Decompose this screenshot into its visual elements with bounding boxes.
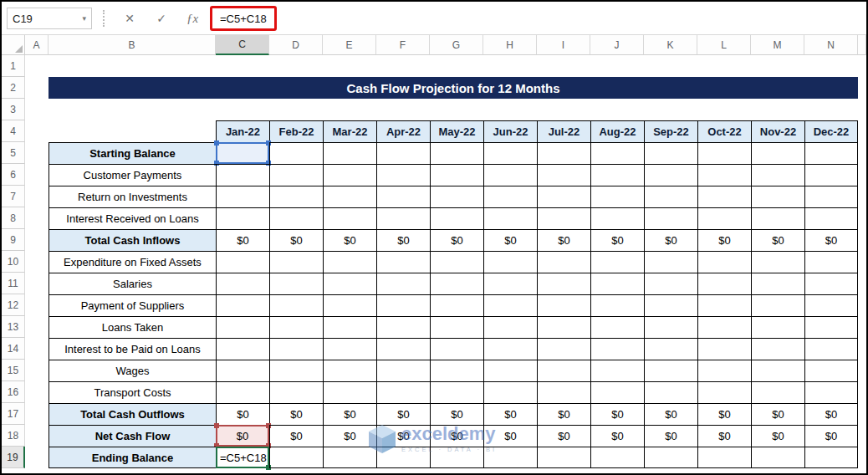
cell-L11[interactable]	[697, 273, 751, 294]
cell-G11[interactable]	[430, 273, 483, 294]
row-header-9[interactable]: 9	[2, 229, 25, 251]
cell-D13[interactable]	[269, 316, 323, 338]
cell-J9[interactable]: $0	[590, 229, 644, 251]
cell-L18[interactable]: $0	[697, 425, 751, 447]
cell-N12[interactable]	[804, 294, 858, 316]
row-label-12[interactable]: Payment of Suppliers	[49, 294, 216, 316]
cell-K17[interactable]: $0	[644, 403, 697, 425]
cell-K19[interactable]	[644, 447, 697, 468]
cell-N6[interactable]	[804, 164, 858, 186]
column-header-G[interactable]: G	[430, 35, 483, 55]
row-header-12[interactable]: 12	[2, 294, 25, 316]
cell-M10[interactable]	[751, 251, 804, 273]
column-header-C[interactable]: C	[216, 35, 269, 55]
cell-D9[interactable]: $0	[269, 229, 323, 251]
cell-N19[interactable]	[804, 447, 858, 468]
cell-F6[interactable]	[376, 164, 430, 186]
row-label-7[interactable]: Return on Investments	[49, 186, 216, 207]
cell-G10[interactable]	[430, 251, 483, 273]
cell-K10[interactable]	[644, 251, 697, 273]
cell-J12[interactable]	[590, 294, 644, 316]
row-header-7[interactable]: 7	[2, 186, 25, 207]
select-all-corner[interactable]	[2, 35, 25, 55]
row-label-13[interactable]: Loans Taken	[49, 316, 216, 338]
cell-D11[interactable]	[269, 273, 323, 294]
cell-M18[interactable]: $0	[751, 425, 804, 447]
cell-L6[interactable]	[697, 164, 751, 186]
cell-E15[interactable]	[323, 360, 376, 381]
cell-J7[interactable]	[590, 186, 644, 207]
row-label-15[interactable]: Wages	[49, 360, 216, 381]
cell-L19[interactable]	[697, 447, 751, 468]
cell-M19[interactable]	[751, 447, 804, 468]
cancel-icon[interactable]: ✕	[118, 8, 141, 28]
cell-K15[interactable]	[644, 360, 697, 381]
row-label-5[interactable]: Starting Balance	[49, 142, 216, 164]
cell-G19[interactable]	[430, 447, 483, 468]
cell-F11[interactable]	[376, 273, 430, 294]
cell-C19[interactable]: =C5+C18	[216, 447, 269, 468]
cell-F16[interactable]	[376, 381, 430, 403]
cell-K8[interactable]	[644, 207, 697, 229]
cell-F17[interactable]: $0	[376, 403, 430, 425]
formula-bar-text[interactable]: =C5+C18	[220, 13, 267, 25]
cell-G12[interactable]	[430, 294, 483, 316]
cell-E11[interactable]	[323, 273, 376, 294]
cell-K9[interactable]: $0	[644, 229, 697, 251]
month-header-Nov-22[interactable]: Nov-22	[751, 120, 804, 142]
cell-J10[interactable]	[590, 251, 644, 273]
cell-E7[interactable]	[323, 186, 376, 207]
cell-F15[interactable]	[376, 360, 430, 381]
cell-C6[interactable]	[216, 164, 269, 186]
cell-D17[interactable]: $0	[269, 403, 323, 425]
cell-K14[interactable]	[644, 338, 697, 360]
cell-C5[interactable]	[216, 142, 269, 164]
cell-E19[interactable]	[323, 447, 376, 468]
month-header-Jun-22[interactable]: Jun-22	[483, 120, 537, 142]
cell-C13[interactable]	[216, 316, 269, 338]
cell-L16[interactable]	[697, 381, 751, 403]
cell-F19[interactable]	[376, 447, 430, 468]
cell-F12[interactable]	[376, 294, 430, 316]
cell-N15[interactable]	[804, 360, 858, 381]
cell-G8[interactable]	[430, 207, 483, 229]
cell-H5[interactable]	[483, 142, 537, 164]
cell-I18[interactable]: $0	[537, 425, 590, 447]
row-label-16[interactable]: Transport Costs	[49, 381, 216, 403]
month-header-Dec-22[interactable]: Dec-22	[804, 120, 858, 142]
cell-G15[interactable]	[430, 360, 483, 381]
cell-I8[interactable]	[537, 207, 590, 229]
cell-L8[interactable]	[697, 207, 751, 229]
cell-N14[interactable]	[804, 338, 858, 360]
cell-H6[interactable]	[483, 164, 537, 186]
cell-J17[interactable]: $0	[590, 403, 644, 425]
cell-L7[interactable]	[697, 186, 751, 207]
cell-M17[interactable]: $0	[751, 403, 804, 425]
column-header-H[interactable]: H	[483, 35, 537, 55]
cell-L15[interactable]	[697, 360, 751, 381]
cell-J15[interactable]	[590, 360, 644, 381]
cell-J16[interactable]	[590, 381, 644, 403]
cell-H12[interactable]	[483, 294, 537, 316]
cell-C8[interactable]	[216, 207, 269, 229]
month-header-Jan-22[interactable]: Jan-22	[216, 120, 269, 142]
cell-L9[interactable]: $0	[697, 229, 751, 251]
row-header-4[interactable]: 4	[2, 120, 25, 142]
cell-C12[interactable]	[216, 294, 269, 316]
cell-F14[interactable]	[376, 338, 430, 360]
cell-N16[interactable]	[804, 381, 858, 403]
enter-icon[interactable]: ✓	[150, 8, 173, 28]
column-header-J[interactable]: J	[590, 35, 644, 55]
table-title[interactable]: Cash Flow Projection for 12 Months	[49, 77, 858, 99]
cell-N5[interactable]	[804, 142, 858, 164]
cell-I12[interactable]	[537, 294, 590, 316]
cell-J13[interactable]	[590, 316, 644, 338]
column-header-L[interactable]: L	[697, 35, 751, 55]
row-label-19[interactable]: Ending Balance	[49, 447, 216, 468]
cell-M5[interactable]	[751, 142, 804, 164]
cell-D18[interactable]: $0	[269, 425, 323, 447]
cell-I17[interactable]: $0	[537, 403, 590, 425]
cell-D19[interactable]	[269, 447, 323, 468]
cell-D5[interactable]	[269, 142, 323, 164]
cell-C11[interactable]	[216, 273, 269, 294]
